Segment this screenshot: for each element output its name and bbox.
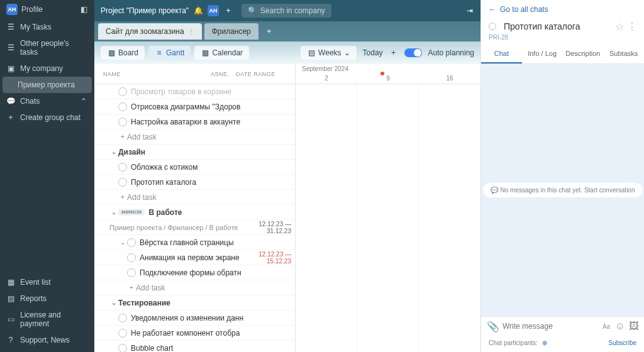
- sidebar-item-mytasks[interactable]: ☰My Tasks: [0, 19, 94, 35]
- scale-select[interactable]: ▤Weeks⌄: [301, 46, 356, 60]
- task-name: Add task: [127, 133, 291, 141]
- task-name: Вёрстка главной страницы: [140, 238, 291, 247]
- task-id[interactable]: PRI-28: [481, 34, 644, 45]
- task-status-icon[interactable]: [127, 253, 136, 262]
- add-task[interactable]: +Add task: [94, 280, 295, 295]
- building-icon: ▣: [6, 64, 15, 73]
- task-body[interactable]: Просмотр товаров в корзинеОтрисовка диаг…: [94, 84, 295, 352]
- task-name: Обложка с котиком: [131, 163, 291, 172]
- task-name: В работе: [148, 208, 291, 217]
- task-row[interactable]: Подключение формы обратн: [94, 265, 295, 280]
- project-title[interactable]: Project "Пример проекта": [101, 6, 189, 15]
- create-chat[interactable]: +Create group chat: [0, 109, 94, 126]
- sidebar-item-events[interactable]: ▦Event list: [0, 274, 94, 290]
- chat-tab-desc[interactable]: Description: [563, 45, 604, 63]
- back-to-chats[interactable]: ← Go to all chats: [481, 0, 644, 19]
- task-status-icon[interactable]: [118, 178, 127, 187]
- add-task[interactable]: +Add task: [94, 129, 295, 145]
- chevron-down-icon[interactable]: ⌄: [109, 148, 118, 155]
- chat-messages: 💬 No messages in this chat yet. Start co…: [481, 64, 644, 316]
- more-icon[interactable]: ⋮: [628, 22, 636, 31]
- task-row[interactable]: Отрисовка диаграммы "Здоров: [94, 99, 295, 114]
- task-group[interactable]: ⌄Тестирование: [94, 295, 295, 311]
- chat-tab-subtasks[interactable]: Subtasks: [603, 45, 644, 63]
- avatar-small[interactable]: AH: [208, 5, 219, 16]
- task-list: NAME ASNE. DATE RANGE Просмотр товаров в…: [94, 64, 296, 352]
- task-group[interactable]: ⌄Дизайн: [94, 145, 295, 160]
- breadcrumb-row[interactable]: Пример проекта / Фрилансер / В работе12.…: [94, 220, 295, 235]
- task-row[interactable]: ⌄Вёрстка главной страницы: [94, 235, 295, 250]
- sidebar-item-project[interactable]: Пример проекта: [3, 77, 92, 93]
- add-participant-icon[interactable]: ⊕: [540, 338, 549, 347]
- plus-icon: +: [6, 113, 15, 122]
- task-name: Прототип каталога: [131, 178, 291, 187]
- sidebar-item-license[interactable]: ▭License and payment: [0, 307, 94, 332]
- board-icon: ▦: [107, 48, 116, 57]
- chat-tab-chat[interactable]: Chat: [481, 45, 522, 63]
- tab-freelancer[interactable]: Фрилансер: [204, 23, 258, 40]
- format-icon[interactable]: Aa: [602, 322, 611, 331]
- subscribe-button[interactable]: Subscribe: [609, 339, 636, 346]
- chevron-down-icon[interactable]: ⌄: [109, 209, 118, 216]
- task-row[interactable]: Анимация на первом экране12.12.23 — 15.1…: [94, 250, 295, 265]
- view-calendar[interactable]: ▦Calendar: [194, 46, 249, 60]
- search-input[interactable]: 🔍 Search in company: [242, 4, 331, 18]
- main: Project "Пример проекта" 🔔 AH + 🔍 Search…: [94, 0, 480, 352]
- add-tab-icon[interactable]: +: [265, 27, 274, 36]
- tab-menu-icon[interactable]: ⋮: [188, 28, 194, 35]
- auto-toggle[interactable]: [404, 48, 422, 57]
- plus-icon[interactable]: +: [224, 6, 233, 15]
- sidebar-item-support[interactable]: ?Support, News: [0, 332, 94, 348]
- task-row[interactable]: Прототип каталога: [94, 175, 295, 190]
- project-tabs: Сайт для зоомагазина⋮ Фрилансер +: [94, 21, 480, 41]
- chat-input[interactable]: [502, 322, 597, 331]
- image-icon[interactable]: 🖼: [630, 322, 638, 331]
- tab-petshop[interactable]: Сайт для зоомагазина⋮: [98, 23, 202, 40]
- task-status-icon[interactable]: [118, 344, 127, 353]
- task-status-icon[interactable]: [127, 268, 136, 277]
- chat-tab-info[interactable]: Info / Log: [522, 45, 563, 63]
- task-status-icon[interactable]: [118, 102, 127, 111]
- task-row[interactable]: Обложка с котиком: [94, 160, 295, 175]
- task-status-icon[interactable]: [118, 87, 127, 96]
- task-group[interactable]: ⌄mirrorВ работе: [94, 205, 295, 220]
- star-icon[interactable]: ☆: [615, 22, 624, 31]
- bell-icon[interactable]: 🔔: [194, 6, 203, 15]
- add-task[interactable]: +Add task: [94, 190, 295, 205]
- chevron-down-icon[interactable]: ⌄: [118, 239, 127, 246]
- emoji-icon[interactable]: ☺: [616, 322, 625, 331]
- task-row[interactable]: Не работает компонент отобра: [94, 326, 295, 341]
- plus-icon[interactable]: +: [389, 48, 398, 57]
- column-headers: NAME ASNE. DATE RANGE: [94, 64, 295, 84]
- chevron-down-icon[interactable]: ⌄: [109, 299, 118, 306]
- sidebar-profile[interactable]: AH Profile ◧: [0, 0, 94, 19]
- sidebar-item-reports[interactable]: ▤Reports: [0, 290, 94, 307]
- chat-tabs: Chat Info / Log Description Subtasks: [481, 45, 644, 64]
- task-row[interactable]: Bubble chart: [94, 341, 295, 352]
- avatar: AH: [6, 4, 18, 15]
- sidebar-item-company[interactable]: ▣My company: [0, 60, 94, 77]
- timeline-month: September 2024: [296, 64, 480, 73]
- card-icon: ▭: [6, 315, 15, 324]
- task-status-icon[interactable]: [118, 118, 127, 126]
- attach-icon[interactable]: 📎: [489, 322, 497, 331]
- collapse-icon[interactable]: ◧: [79, 5, 88, 14]
- timeline[interactable]: September 2024 2 9 16: [296, 64, 480, 352]
- expand-icon[interactable]: ⇥: [465, 6, 474, 15]
- list-icon: ☰: [6, 23, 15, 31]
- chat-title: Прототип каталога: [504, 21, 611, 31]
- task-name: Отрисовка диаграммы "Здоров: [131, 102, 291, 111]
- task-status-icon[interactable]: [118, 163, 127, 172]
- task-status-icon[interactable]: [118, 329, 127, 338]
- task-row[interactable]: Уведомления о изменении данн: [94, 311, 295, 326]
- view-board[interactable]: ▦Board: [101, 46, 145, 60]
- task-name: Просмотр товаров в корзине: [131, 87, 291, 96]
- task-status-icon[interactable]: [118, 314, 127, 322]
- task-row[interactable]: Просмотр товаров в корзине: [94, 84, 295, 99]
- task-row[interactable]: Настройка аватарки в аккаунте: [94, 114, 295, 129]
- sidebar-item-others[interactable]: ☰Other people's tasks: [0, 35, 94, 60]
- today-button[interactable]: Today: [363, 48, 383, 57]
- sidebar-chats[interactable]: 💬Chats ⌃: [0, 93, 94, 109]
- view-gantt[interactable]: ≡Gantt: [148, 46, 191, 60]
- task-status-icon[interactable]: [127, 238, 136, 247]
